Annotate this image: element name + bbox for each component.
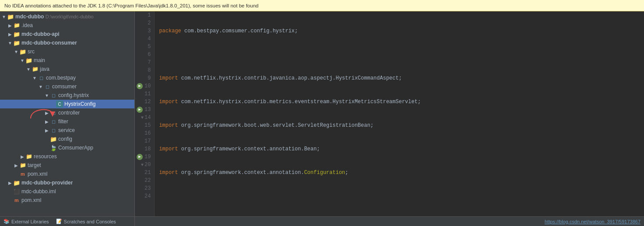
arrow-icon: ▼ [38,84,44,89]
tree-item-comsumer[interactable]: ▼ ◻ comsumer [0,82,134,91]
line-number-16: 16 [137,129,151,137]
package-icon: ◻ [38,74,45,81]
code-line-4: import com.netflix.hystrix.contrib.metri… [159,98,640,106]
line-number-2: 2 [137,19,151,27]
scratches-label: Scratches and Consoles [64,219,116,224]
line-number-8: 8 [137,66,151,74]
folder-icon: 📁 [50,136,57,143]
xml-icon: m [13,197,20,204]
arrow-icon: ▶ [19,154,25,159]
spring-bean-icon-2: ▶ [137,154,143,160]
module-icon: 📁 [13,179,20,186]
line-number-15: 15 [137,122,151,129]
resources-folder-icon: 📁 [25,153,32,160]
line-number-18: 18 [137,145,151,153]
line-number-14: ▼ 14 [137,114,151,122]
package-icon: ◻ [50,109,57,116]
folder-icon: 📁 [7,13,14,20]
sidebar-bottom-bar: 📚 External Libraries 📝 Scratches and Con… [0,216,134,226]
arrow-icon: ▶ [7,32,13,37]
tree-item-filter[interactable]: ▶ ◻ filter [0,117,134,126]
tree-item-config[interactable]: 📁 config [0,135,134,143]
tree-item-idea[interactable]: ▶ 📁 .idea [0,21,134,30]
tree-item-mdc-dubbo[interactable]: ▼ 📁 mdc-dubbo D:\work\git\mdc-dubbo [0,12,134,21]
arrow-icon: ▶ [44,119,50,124]
code-line-2 [159,51,640,59]
external-libraries-item[interactable]: 📚 External Libraries [0,217,53,226]
tree-item-mdc-dubbo-consumer[interactable]: ▼ 📁 mdc-dubbo-consumer [0,38,134,47]
line-number-17: 17 [137,137,151,145]
code-line-7: import org.springframework.context.annot… [159,169,640,177]
line-number-5: 5 [137,43,151,51]
arrow-icon: ▶ [44,111,50,115]
library-icon: 📚 [4,219,10,224]
tree-item-target[interactable]: ▶ 📁 target [0,161,134,170]
package-icon: ◻ [44,83,51,90]
tree-item-com-bestpay[interactable]: ▼ ◻ com.bestpay [0,73,134,82]
line-number-12: 12 [137,98,151,106]
arrow-icon: ▶ [7,23,13,28]
tree-item-main[interactable]: ▼ 📁 main [0,56,134,65]
package-icon: ◻ [50,92,57,99]
module-icon: 📁 [13,31,20,38]
tree-item-service[interactable]: ▶ ◻ service [0,126,134,135]
status-link[interactable]: https://blog.csdn.net/watson_3917/591738… [545,219,644,224]
scratch-icon: 📝 [56,219,62,224]
tree-item-config-hystrix[interactable]: ▼ ◻ config.hystrix [0,91,134,100]
project-sidebar: ▼ 📁 mdc-dubbo D:\work\git\mdc-dubbo ▶ 📁 … [0,11,135,226]
tree-item-mdc-dubbo-iml[interactable]: ⬛ mdc-dubbo.iml [0,187,134,196]
folder-icon: 📁 [25,57,32,64]
line-number-6: 6 [137,51,151,59]
java-folder-icon: 📁 [32,66,39,73]
arrow-icon: ▼ [19,58,25,63]
arrow-icon: ▼ [7,41,13,45]
line-number-22: 22 [137,177,151,184]
line-number-1: 1 [137,11,151,19]
xml-icon: m [19,170,26,177]
external-libraries-label: External Libraries [11,219,49,224]
tree-item-controller[interactable]: ▶ ◻ controller [0,108,134,117]
line-number-3: 3 [137,27,151,35]
tree-item-java[interactable]: ▼ 📁 java [0,65,134,73]
tree-item-hystrix-config[interactable]: C HystrixConfig [0,100,134,108]
tree-item-comsumer-app[interactable]: 🍃 ComsumerApp [0,143,134,152]
line-number-13: ▶ 13 [137,106,151,114]
line-number-4: 4 [137,35,151,43]
java-class-icon: C [56,101,63,108]
line-number-19: ▶ 19 [137,153,151,161]
tree-item-mdc-dubbo-provider[interactable]: ▶ 📁 mdc-dubbo-provider [0,178,134,187]
arrow-icon: ▶ [7,181,13,185]
line-number-7: 7 [137,59,151,66]
tree-item-mdc-dubbo-api[interactable]: ▶ 📁 mdc-dubbo-api [0,30,134,38]
line-number-9: 9 [137,74,151,82]
arrow-icon: ▼ [25,67,32,72]
scratches-item[interactable]: 📝 Scratches and Consoles [53,217,120,226]
arrow-icon: ▶ [13,163,19,168]
code-line-5: import org.springframework.boot.web.serv… [159,122,640,129]
code-line-3: import com.netflix.hystrix.contrib.javan… [159,74,640,82]
editor-status-bar: https://blog.csdn.net/watson_3917/591738… [135,216,644,226]
notification-bar: No IDEA annotations attached to the JDK … [0,0,644,11]
tree-item-src[interactable]: ▼ 📁 src [0,47,134,56]
line-number-10: ▶ 10 [137,82,151,90]
line-number-11: 11 [137,90,151,98]
package-icon: ◻ [50,127,57,134]
tree-item-resources[interactable]: ▶ 📁 resources [0,152,134,161]
arrow-icon: ▶ [44,128,50,133]
arrow-icon: ▼ [1,14,7,19]
target-folder-icon: 📁 [19,162,26,169]
arrow-icon: ▼ [44,93,50,98]
tree-item-pom-root[interactable]: m pom.xml [0,196,134,205]
code-editor[interactable]: 1 2 3 4 5 6 7 8 9 ▶ 10 11 12 ▶ 13 [135,11,644,226]
folder-icon: 📁 [13,22,20,29]
tree-item-pom-consumer[interactable]: m pom.xml [0,170,134,178]
fold-icon[interactable]: ▼ [141,115,144,120]
code-line-1: package com.bestpay.comsumer.config.hyst… [159,27,640,35]
code-line-8 [159,192,640,200]
fold-icon-2[interactable]: ▼ [141,163,144,167]
code-content: package com.bestpay.comsumer.config.hyst… [155,11,644,226]
package-icon: ◻ [50,118,57,125]
code-line-6: import org.springframework.context.annot… [159,145,640,153]
spring-icon: 🍃 [50,144,57,151]
line-number-23: 23 [137,184,151,192]
